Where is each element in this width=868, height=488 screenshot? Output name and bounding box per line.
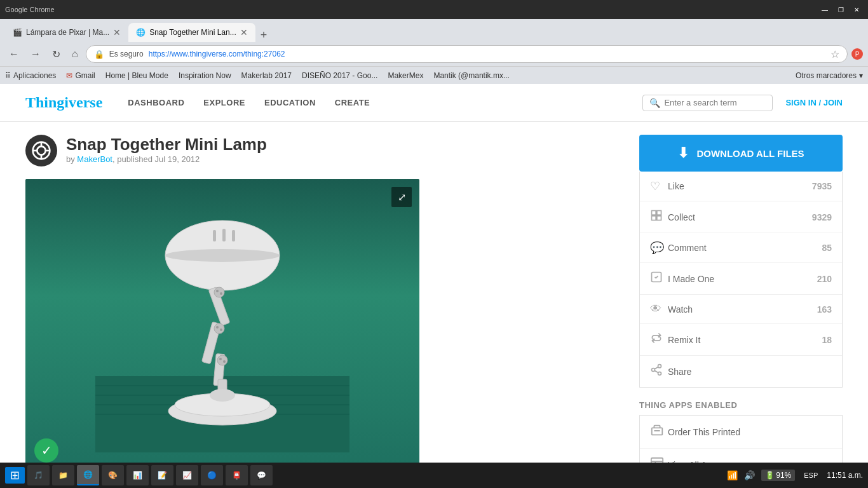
share-action[interactable]: Share (640, 356, 842, 387)
bookmark-makermex-label: MakerMex (388, 71, 423, 80)
taskbar-illustrator[interactable]: 🎨 (102, 465, 124, 485)
download-button[interactable]: ⬇ DOWNLOAD ALL FILES (639, 135, 843, 172)
bookmark-apps[interactable]: ⠿ Aplicaciones (5, 71, 56, 80)
app2-icon: 📮 (232, 471, 241, 480)
verified-badge: ✓ (34, 438, 58, 463)
svg-point-27 (223, 360, 226, 363)
bookmark-home[interactable]: Home | Bleu Mode (105, 71, 168, 80)
nav-dashboard[interactable]: DASHBOARD (128, 98, 184, 107)
minimize-button[interactable]: — (818, 5, 832, 15)
volume-icon[interactable]: 🔊 (744, 470, 755, 480)
share-icon (650, 363, 668, 379)
signin-button[interactable]: SIGN IN / JOIN (785, 98, 843, 107)
refresh-button[interactable]: ↻ (48, 47, 64, 62)
search-bar[interactable]: 🔍 (642, 95, 773, 111)
thing-author[interactable]: MakerBot (77, 154, 112, 164)
action-list: ♡ Like 7935 Collect 9329 💬 Comment 85 (639, 172, 843, 388)
taskbar-app2[interactable]: 📮 (226, 465, 248, 485)
start-button[interactable]: ⊞ (5, 467, 25, 484)
title-bar: Google Chrome — ❐ ✕ (0, 0, 868, 19)
bookmark-apps-label: Aplicaciones (13, 71, 56, 80)
bookmark-others-label: Otros marcadores (796, 71, 857, 80)
svg-point-26 (219, 358, 222, 360)
thing-title-block: Snap Together Mini Lamp by MakerBot, pub… (66, 135, 267, 164)
taskbar-explorer[interactable]: 📁 (52, 465, 74, 485)
watch-label: Watch (668, 304, 817, 315)
content-area: Snap Together Mini Lamp by MakerBot, pub… (0, 122, 868, 488)
bookmark-mantik[interactable]: Mantik (@mantik.mx... (433, 71, 510, 80)
imadeone-action[interactable]: I Made One 210 (640, 263, 842, 295)
taskbar-app1[interactable]: 🔵 (201, 465, 223, 485)
nav-education[interactable]: EDUCATION (264, 98, 316, 107)
taskbar-chrome[interactable]: 🌐 (77, 465, 99, 485)
svg-rect-35 (657, 216, 661, 220)
taskbar-app3[interactable]: 💬 (250, 465, 273, 485)
bookmark-inspiration[interactable]: Inspiration Now (179, 71, 231, 80)
tab-2[interactable]: 🌐 Snap Together Mini Lan... ✕ (128, 23, 255, 42)
tab-close-1[interactable]: ✕ (113, 27, 121, 37)
thing-right: ⬇ DOWNLOAD ALL FILES ♡ Like 7935 Collect (639, 135, 843, 488)
like-action[interactable]: ♡ Like 7935 (640, 172, 842, 201)
bookmark-mantik-label: Mantik (@mantik.mx... (433, 71, 510, 80)
nav-explore[interactable]: EXPLORE (203, 98, 245, 107)
order-printed-label: Order This Printed (668, 427, 740, 437)
search-input[interactable] (664, 98, 766, 107)
gmail-icon: ✉ (66, 71, 72, 80)
extension-area: P (851, 48, 863, 60)
svg-point-38 (652, 369, 655, 372)
thingiverse-logo[interactable]: Thingiverse (25, 94, 102, 111)
network-icon[interactable]: 📶 (727, 470, 738, 480)
remix-count: 18 (822, 335, 832, 345)
taskbar: ⊞ 🎵 📁 🌐 🎨 📊 📝 📈 🔵 📮 💬 📶 🔊 🔋 91% ESP 11: (0, 463, 868, 488)
maker-logo (25, 135, 57, 166)
imadeone-count: 210 (817, 274, 832, 284)
svg-point-31 (210, 389, 235, 402)
bookmark-diseno[interactable]: DISEÑO 2017 - Goo... (302, 71, 377, 80)
share-label: Share (668, 367, 832, 377)
home-button[interactable]: ⌂ (68, 47, 82, 61)
tab-1[interactable]: 🎬 Lámpara de Pixar | Ma... ✕ (5, 23, 128, 42)
like-icon: ♡ (650, 179, 668, 193)
extension-icon-1[interactable]: P (851, 48, 863, 60)
comment-action[interactable]: 💬 Comment 85 (640, 233, 842, 263)
address-text[interactable]: https://www.thingiverse.com/thing:27062 (149, 50, 825, 58)
window-controls[interactable]: — ❐ ✕ (818, 5, 863, 15)
order-printed-icon (650, 423, 668, 440)
nav-create[interactable]: CREATE (335, 98, 370, 107)
watch-action[interactable]: 👁 Watch 163 (640, 295, 842, 324)
bookmark-gmail[interactable]: ✉ Gmail (66, 71, 95, 80)
taskbar-spotify[interactable]: 🎵 (27, 465, 50, 485)
new-tab-button[interactable]: + (255, 29, 273, 42)
collect-action[interactable]: Collect 9329 (640, 201, 842, 233)
expand-button[interactable]: ⤢ (391, 187, 412, 207)
svg-line-41 (654, 367, 658, 369)
tab-close-2[interactable]: ✕ (240, 27, 248, 37)
taskbar-powerpoint[interactable]: 📊 (126, 465, 149, 485)
bookmark-inspiration-label: Inspiration Now (179, 71, 231, 80)
bookmark-others[interactable]: Otros marcadores ▾ (796, 71, 863, 80)
address-bar[interactable]: 🔒 Es seguro https://www.thingiverse.com/… (86, 45, 848, 63)
order-printed-app[interactable]: Order This Printed (640, 416, 842, 449)
comment-icon: 💬 (650, 241, 668, 255)
svg-point-37 (658, 365, 661, 368)
remix-action[interactable]: Remix It 18 (640, 324, 842, 356)
bookmark-icon[interactable]: ☆ (831, 48, 839, 60)
comment-label: Comment (668, 243, 822, 253)
svg-point-25 (217, 355, 227, 365)
forward-button[interactable]: → (27, 47, 44, 61)
close-button[interactable]: ✕ (850, 5, 863, 15)
svg-point-21 (214, 323, 224, 334)
clock-time: 11:51 a.m. (827, 471, 863, 480)
maximize-button[interactable]: ❐ (834, 5, 848, 15)
browser-chrome: Google Chrome — ❐ ✕ 🎬 Lámpara de Pixar |… (0, 0, 868, 84)
svg-line-40 (654, 370, 658, 372)
bookmark-makermex[interactable]: MakerMex (388, 71, 423, 80)
svg-rect-33 (657, 211, 661, 215)
site-content: Thingiverse DASHBOARD EXPLORE EDUCATION … (0, 84, 868, 488)
taskbar-excel[interactable]: 📈 (176, 465, 198, 485)
taskbar-word[interactable]: 📝 (151, 465, 173, 485)
back-button[interactable]: ← (5, 47, 23, 61)
bookmark-makerlab[interactable]: Makerlab 2017 (241, 71, 292, 80)
illustrator-icon: 🎨 (108, 471, 118, 480)
bookmark-gmail-label: Gmail (75, 71, 95, 80)
